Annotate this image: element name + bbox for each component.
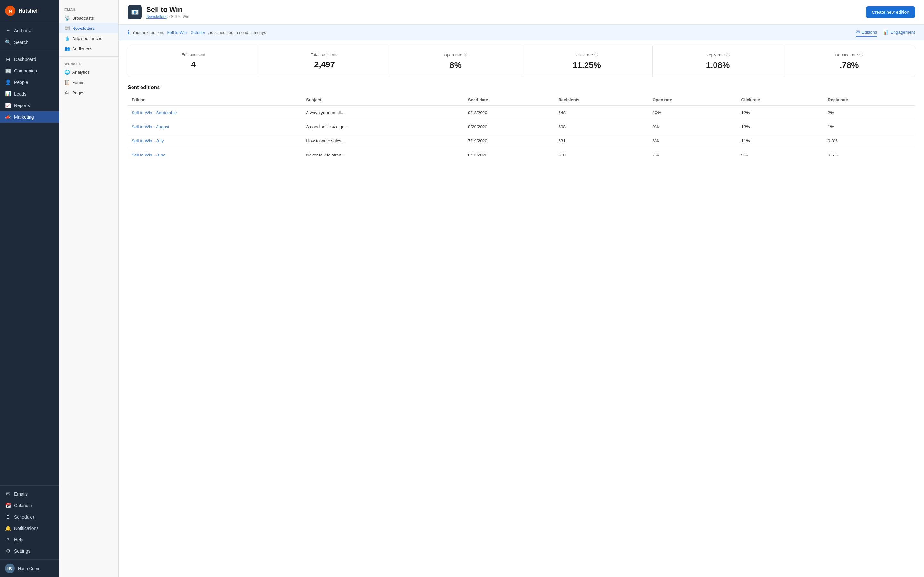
sidebar: N Nutshell ＋ Add new 🔍 Search ⊞ Dashboar… [0,0,59,577]
stats-row: Editions sent 4 Total recipients 2,497 O… [128,45,915,77]
info-message-suffix: , is scheduled to send in 5 days [208,30,266,35]
tab-editions[interactable]: ✉ Editions [856,28,877,37]
page-title-block: Sell to Win Newsletters > Sell to Win [146,5,189,19]
sidebar-item-leads[interactable]: 📊 Leads [0,88,59,100]
newsletters-label: Newsletters [72,26,95,31]
next-edition-link[interactable]: Sell to Win - October [167,30,205,35]
search-icon: 🔍 [5,39,11,45]
settings-icon: ⚙ [5,548,11,554]
sub-sidebar-audiences[interactable]: 👥 Audiences [59,44,118,54]
breadcrumb: Newsletters > Sell to Win [146,15,189,19]
info-icon: ℹ [128,29,129,35]
sidebar-item-notifications[interactable]: 🔔 Notifications [0,522,59,534]
recipients-cell: 608 [554,120,648,134]
table-row: Sell to Win - September 3 ways your emai… [128,106,915,120]
dashboard-icon: ⊞ [5,56,11,62]
edition-cell: Sell to Win - July [128,134,302,148]
bounce-rate-info-icon[interactable]: ⓘ [859,52,863,58]
user-name: Hana Coon [18,566,39,571]
sidebar-item-calendar[interactable]: 📅 Calendar [0,500,59,511]
col-open-rate: Open rate [649,94,738,106]
sidebar-item-emails[interactable]: ✉ Emails [0,488,59,500]
breadcrumb-link[interactable]: Newsletters [146,15,166,19]
emails-icon: ✉ [5,491,11,497]
sidebar-item-marketing-label: Marketing [14,114,34,119]
add-icon: ＋ [5,27,11,34]
stat-total-recipients-value: 2,497 [264,60,385,69]
stat-click-rate-label: Click rate ⓘ [527,52,647,58]
stat-reply-rate: Reply rate ⓘ 1.08% [653,46,784,77]
reply-rate-cell: 2% [824,106,915,120]
open-rate-cell: 7% [649,148,738,162]
click-rate-info-icon[interactable]: ⓘ [594,52,598,58]
stat-reply-rate-label: Reply rate ⓘ [658,52,779,58]
edition-link[interactable]: Sell to Win - June [132,153,166,157]
open-rate-info-icon[interactable]: ⓘ [464,52,467,58]
engagement-tab-icon: 📊 [883,29,889,35]
engagement-tab-label: Engagement [890,30,915,35]
tab-engagement[interactable]: 📊 Engagement [883,28,915,37]
sidebar-item-companies[interactable]: 🏢 Companies [0,65,59,77]
broadcasts-label: Broadcasts [72,16,94,21]
info-banner-message: ℹ Your next edition, Sell to Win - Octob… [128,29,266,35]
sidebar-item-help[interactable]: ? Help [0,534,59,545]
edition-link[interactable]: Sell to Win - August [132,124,170,129]
sidebar-item-settings[interactable]: ⚙ Settings [0,545,59,557]
sidebar-item-companies-label: Companies [14,68,37,73]
forms-label: Forms [72,80,84,85]
sidebar-item-leads-label: Leads [14,91,26,97]
sub-sidebar-forms[interactable]: 📋 Forms [59,77,118,87]
stat-total-recipients: Total recipients 2,497 [259,46,391,77]
send-date-cell: 7/19/2020 [464,134,554,148]
sub-sidebar-drip-sequences[interactable]: 💧 Drip sequences [59,33,118,44]
sidebar-item-scheduler[interactable]: 🗓 Scheduler [0,511,59,522]
sub-sidebar-broadcasts[interactable]: 📡 Broadcasts [59,13,118,23]
table-row: Sell to Win - August A good seller ≠ a g… [128,120,915,134]
click-rate-cell: 13% [737,120,824,134]
stat-editions-sent: Editions sent 4 [128,46,259,77]
col-subject: Subject [302,94,464,106]
create-new-edition-button[interactable]: Create new edition [866,6,915,18]
click-rate-cell: 11% [737,134,824,148]
sidebar-item-dashboard[interactable]: ⊞ Dashboard [0,53,59,65]
stat-bounce-rate: Bounce rate ⓘ .78% [783,46,915,77]
companies-icon: 🏢 [5,68,11,74]
open-rate-cell: 10% [649,106,738,120]
broadcasts-icon: 📡 [65,15,69,21]
sidebar-item-people[interactable]: 👤 People [0,77,59,88]
sidebar-logo[interactable]: N Nutshell [0,0,59,22]
reply-rate-info-icon[interactable]: ⓘ [726,52,730,58]
col-recipients: Recipients [554,94,648,106]
view-tabs: ✉ Editions 📊 Engagement [856,28,915,37]
sidebar-item-people-label: People [14,80,28,85]
sidebar-item-dashboard-label: Dashboard [14,57,36,62]
edition-link[interactable]: Sell to Win - July [132,139,164,143]
sidebar-user[interactable]: HC Hana Coon [0,559,59,577]
logo-icon: N [5,6,15,16]
sidebar-item-marketing[interactable]: 📣 Marketing [0,111,59,123]
editions-table-body: Sell to Win - September 3 ways your emai… [128,106,915,162]
stat-click-rate: Click rate ⓘ 11.25% [521,46,653,77]
newsletters-icon: 📰 [65,26,69,31]
edition-cell: Sell to Win - August [128,120,302,134]
send-date-cell: 9/18/2020 [464,106,554,120]
open-rate-cell: 9% [649,120,738,134]
sub-sidebar-newsletters[interactable]: 📰 Newsletters [59,23,118,33]
audiences-icon: 👥 [65,46,69,51]
info-message-prefix: Your next edition, [132,30,164,35]
sidebar-item-reports[interactable]: 📈 Reports [0,100,59,111]
search-action[interactable]: 🔍 Search [0,37,59,48]
scheduler-icon: 🗓 [5,514,11,520]
edition-cell: Sell to Win - September [128,106,302,120]
sub-sidebar-pages[interactable]: 🗂 Pages [59,87,118,98]
recipients-cell: 648 [554,106,648,120]
scheduler-label: Scheduler [14,514,34,520]
main-content: 📧 Sell to Win Newsletters > Sell to Win … [119,0,924,577]
drip-icon: 💧 [65,36,69,41]
sub-sidebar-analytics[interactable]: 🌐 Analytics [59,67,118,77]
breadcrumb-current: Sell to Win [171,15,189,19]
page-title: Sell to Win [146,5,189,14]
col-edition: Edition [128,94,302,106]
add-new-action[interactable]: ＋ Add new [0,25,59,37]
edition-link[interactable]: Sell to Win - September [132,110,178,115]
